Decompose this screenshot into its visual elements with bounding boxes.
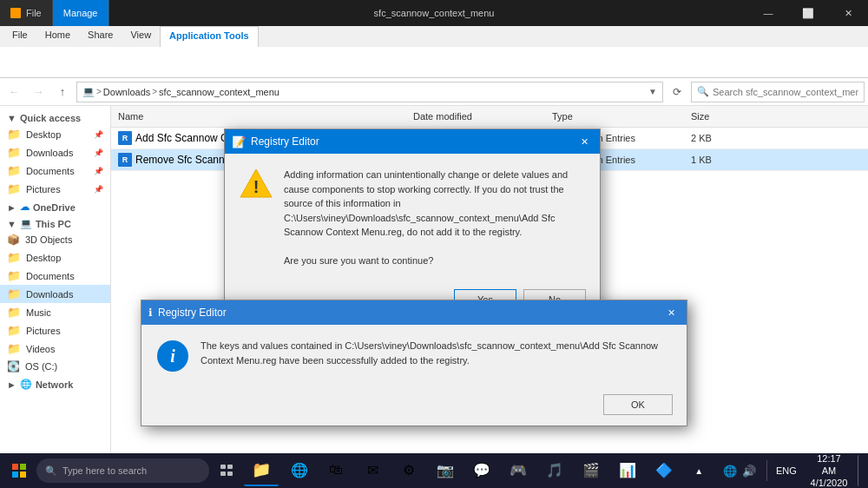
maximize-button[interactable]: ⬜ xyxy=(788,0,828,26)
sidebar-item-downloads-qa[interactable]: 📁 Downloads 📌 xyxy=(0,143,110,162)
network-label: Network xyxy=(36,379,73,390)
task-view-icon xyxy=(220,464,233,478)
os-c-label: OS (C:) xyxy=(25,361,57,372)
svg-rect-3 xyxy=(20,464,26,470)
address-dropdown-icon[interactable]: ▼ xyxy=(648,87,657,96)
col-header-size[interactable]: Size xyxy=(684,109,753,123)
taskbar-app-2[interactable]: 💬 xyxy=(464,455,499,486)
search-box[interactable]: 🔍 xyxy=(691,82,865,102)
3dobjects-icon: 📦 xyxy=(7,234,20,246)
taskbar-app-mail[interactable]: ✉ xyxy=(355,455,390,486)
taskbar-app-settings[interactable]: ⚙ xyxy=(391,455,426,486)
clock[interactable]: 12:17 AM 4/1/2020 xyxy=(804,452,854,488)
address-path: 💻 > Downloads > sfc_scannow_context_menu xyxy=(82,86,645,97)
taskbar-app-3[interactable]: 🎮 xyxy=(501,455,536,486)
sidebar-item-music[interactable]: 📁 Music xyxy=(0,303,110,321)
pin-icon-pictures: 📌 xyxy=(94,185,103,194)
sidebar-item-pictures-qa[interactable]: 📁 Pictures 📌 xyxy=(0,180,110,198)
downloads-qa-label: Downloads xyxy=(26,148,73,158)
ribbon-tab-file[interactable]: File xyxy=(3,26,36,47)
col-header-type[interactable]: Type xyxy=(545,109,684,123)
desktop-icon: 📁 xyxy=(7,251,21,264)
warning-close-button[interactable]: ✕ xyxy=(575,133,593,150)
minimize-button[interactable]: — xyxy=(748,0,788,26)
drive-icon: 💽 xyxy=(7,360,20,373)
sidebar-item-3dobjects[interactable]: 📦 3D Objects xyxy=(0,231,110,248)
pictures-qa-icon: 📁 xyxy=(7,182,21,195)
taskbar-app-edge[interactable]: 🌐 xyxy=(282,455,317,486)
tab-manage[interactable]: Manage xyxy=(53,0,109,26)
sidebar-item-pictures[interactable]: 📁 Pictures xyxy=(0,321,110,340)
onedrive-header[interactable]: ► ☁ OneDrive xyxy=(0,198,110,214)
desktop-qa-label: Desktop xyxy=(26,129,61,140)
success-close-button[interactable]: ✕ xyxy=(662,304,680,321)
desktop-qa-icon: 📁 xyxy=(7,128,21,141)
taskbar-app-4[interactable]: 🎵 xyxy=(537,455,572,486)
svg-rect-2 xyxy=(12,464,18,470)
warning-triangle-icon: ! xyxy=(239,168,273,199)
documents-icon: 📁 xyxy=(7,269,21,282)
lang-indicator[interactable]: ENG xyxy=(773,465,800,476)
taskbar-search-label: Type here to search xyxy=(62,465,147,476)
svg-rect-9 xyxy=(227,472,233,476)
address-bar-row: ← → ↑ 💻 > Downloads > sfc_scannow_contex… xyxy=(0,78,868,106)
path-downloads: Downloads xyxy=(103,87,150,97)
downloads-label: Downloads xyxy=(26,289,73,300)
refresh-button[interactable]: ⟳ xyxy=(667,82,687,102)
start-button[interactable] xyxy=(3,455,35,486)
svg-text:!: ! xyxy=(253,177,260,196)
downloads-qa-icon: 📁 xyxy=(7,146,21,159)
sidebar-item-desktop-qa[interactable]: 📁 Desktop 📌 xyxy=(0,125,110,143)
music-label: Music xyxy=(26,307,51,318)
clock-time: 12:17 AM xyxy=(809,452,849,478)
ribbon-tab-home[interactable]: Home xyxy=(36,26,79,47)
manage-tab-label: Manage xyxy=(63,8,98,18)
sidebar-item-documents-qa[interactable]: 📁 Documents 📌 xyxy=(0,162,110,180)
thispc-arrow: ▼ xyxy=(7,219,16,229)
forward-button[interactable]: → xyxy=(28,82,49,102)
success-dialog-title-bar: ℹ Registry Editor ✕ xyxy=(141,300,687,325)
task-view-button[interactable] xyxy=(211,455,242,486)
success-dialog-body: i The keys and values contained in C:\Us… xyxy=(141,325,687,387)
ribbon-tab-view[interactable]: View xyxy=(122,26,160,47)
ok-button[interactable]: OK xyxy=(603,394,673,415)
col-header-name[interactable]: Name xyxy=(111,109,406,123)
search-input[interactable] xyxy=(713,87,858,97)
up-button[interactable]: ↑ xyxy=(52,82,73,102)
sidebar-item-downloads[interactable]: 📁 Downloads xyxy=(0,285,110,303)
close-button[interactable]: ✕ xyxy=(828,0,868,26)
thispc-label: This PC xyxy=(36,219,71,229)
system-icons: 🌐 🔊 xyxy=(718,465,761,478)
col-header-date[interactable]: Date modified xyxy=(406,109,545,123)
network-header[interactable]: ► 🌐 Network xyxy=(0,375,110,392)
taskbar-app-store[interactable]: 🛍 xyxy=(319,455,353,486)
address-box[interactable]: 💻 > Downloads > sfc_scannow_context_menu… xyxy=(76,82,663,102)
sidebar-item-documents[interactable]: 📁 Documents xyxy=(0,267,110,285)
file-list-header: Name Date modified Type Size xyxy=(111,106,868,128)
taskbar-app-5[interactable]: 🎬 xyxy=(574,455,608,486)
taskbar-app-7[interactable]: 🔷 xyxy=(647,455,681,486)
show-hidden-icons-button[interactable]: ▲ xyxy=(683,455,714,486)
taskbar-search-box[interactable]: 🔍 Type here to search xyxy=(36,458,209,483)
sidebar-item-os-c[interactable]: 💽 OS (C:) xyxy=(0,358,110,375)
volume-tray-icon[interactable]: 🔊 xyxy=(742,465,756,478)
pictures-label: Pictures xyxy=(26,326,61,336)
thispc-header[interactable]: ▼ 💻 This PC xyxy=(0,214,110,231)
videos-icon: 📁 xyxy=(7,342,21,355)
taskbar-app-6[interactable]: 📊 xyxy=(610,455,645,486)
taskbar-app-1[interactable]: 📷 xyxy=(428,455,463,486)
tab-file[interactable]: File xyxy=(0,0,53,26)
show-desktop-button[interactable] xyxy=(858,455,865,486)
success-dialog-buttons: OK xyxy=(141,387,687,425)
sidebar-item-videos[interactable]: 📁 Videos xyxy=(0,340,110,358)
ribbon-tab-apptools[interactable]: Application Tools xyxy=(160,26,258,47)
desktop-label: Desktop xyxy=(26,253,61,263)
ribbon-tab-share[interactable]: Share xyxy=(79,26,122,47)
back-button[interactable]: ← xyxy=(3,82,24,102)
taskbar-file-explorer[interactable]: 📁 xyxy=(244,455,279,486)
warning-dialog: 📝 Registry Editor ✕ ! Adding information… xyxy=(224,129,601,321)
documents-qa-icon: 📁 xyxy=(7,164,21,177)
quick-access-header[interactable]: ▼ Quick access xyxy=(0,109,110,125)
sidebar-item-desktop[interactable]: 📁 Desktop xyxy=(0,248,110,267)
network-tray-icon[interactable]: 🌐 xyxy=(723,465,737,478)
